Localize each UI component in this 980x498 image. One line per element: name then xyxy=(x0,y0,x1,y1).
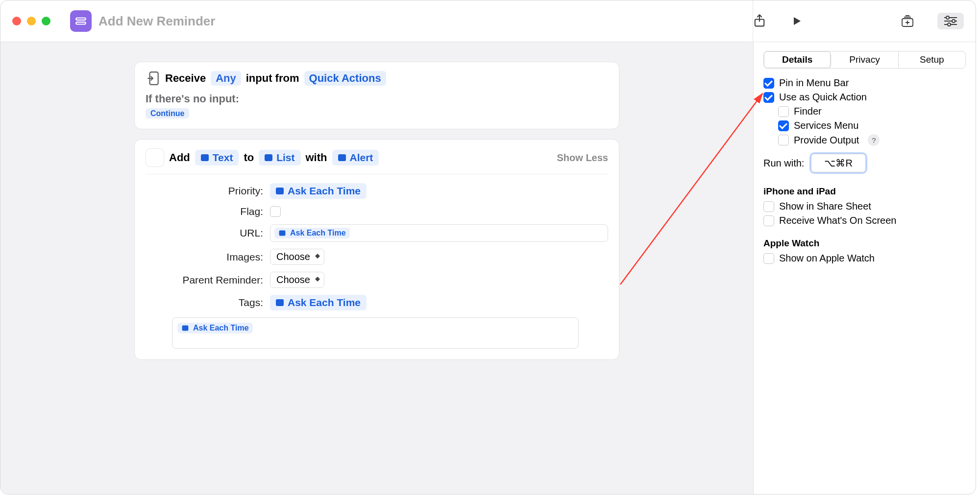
finder-label: Finder xyxy=(794,106,822,117)
no-input-label: If there's no input: xyxy=(146,93,608,105)
setup-tab[interactable]: Setup xyxy=(899,51,965,68)
inspector-tab-segmented-control[interactable]: Details Privacy Setup xyxy=(763,51,966,69)
inspector-sidebar: Details Privacy Setup Pin in Menu Bar Us… xyxy=(753,42,976,494)
parent-reminder-choose-dropdown[interactable]: Choose xyxy=(270,272,324,288)
run-with-label: Run with: xyxy=(763,158,804,169)
finder-checkbox[interactable] xyxy=(778,106,789,117)
use-quick-action-label: Use as Quick Action xyxy=(779,92,867,103)
input-type-token[interactable]: Any xyxy=(211,71,241,86)
titlebar: Add New Reminder xyxy=(0,0,976,42)
parent-reminder-label: Parent Reminder: xyxy=(146,274,263,286)
reminder-text-token[interactable]: Text xyxy=(195,150,239,166)
apple-watch-header: Apple Watch xyxy=(763,238,966,249)
reminder-alert-token[interactable]: Alert xyxy=(332,150,379,166)
services-menu-checkbox[interactable] xyxy=(778,120,789,131)
add-reminder-action-card[interactable]: Add Text to List with Alert Show Less Pr… xyxy=(134,139,619,360)
receive-screen-label: Receive What's On Screen xyxy=(779,215,896,226)
shortcut-icon xyxy=(70,10,92,32)
use-quick-action-checkbox[interactable] xyxy=(763,92,774,103)
ask-icon xyxy=(265,154,272,161)
services-menu-label: Services Menu xyxy=(794,120,858,131)
help-icon[interactable]: ? xyxy=(868,134,880,146)
receive-input-card[interactable]: Receive Any input from Quick Actions If … xyxy=(134,62,619,129)
reminder-list-token[interactable]: List xyxy=(259,150,300,166)
details-tab[interactable]: Details xyxy=(764,51,831,68)
window-controls xyxy=(12,17,50,25)
images-label: Images: xyxy=(146,251,263,263)
pin-menubar-label: Pin in Menu Bar xyxy=(779,77,849,89)
notes-value-token[interactable]: Ask Each Time xyxy=(177,323,253,333)
no-input-action-token[interactable]: Continue xyxy=(146,108,189,119)
svg-point-4 xyxy=(946,16,949,19)
tags-value-token[interactable]: Ask Each Time xyxy=(270,295,367,310)
svg-rect-0 xyxy=(76,18,86,20)
ask-icon xyxy=(276,299,284,306)
url-label: URL: xyxy=(146,227,263,239)
receive-label: Receive xyxy=(165,72,206,85)
share-button[interactable] xyxy=(751,13,768,29)
reminders-app-icon xyxy=(146,148,164,167)
ask-icon xyxy=(182,325,189,331)
ask-icon xyxy=(276,188,284,194)
tags-label: Tags: xyxy=(146,297,263,308)
images-choose-dropdown[interactable]: Choose xyxy=(270,249,324,265)
provide-output-label: Provide Output xyxy=(794,135,859,146)
add-label: Add xyxy=(169,151,190,164)
flag-label: Flag: xyxy=(146,206,263,217)
to-label: to xyxy=(244,151,254,164)
flag-checkbox[interactable] xyxy=(270,206,281,217)
ask-icon xyxy=(201,154,209,161)
svg-point-5 xyxy=(952,20,955,23)
url-input[interactable]: Ask Each Time xyxy=(270,224,608,242)
minimize-window-button[interactable] xyxy=(27,17,36,25)
svg-point-6 xyxy=(948,23,951,26)
input-source-token[interactable]: Quick Actions xyxy=(304,71,386,86)
show-apple-watch-label: Show on Apple Watch xyxy=(779,253,875,264)
priority-label: Priority: xyxy=(146,185,263,197)
url-value-token[interactable]: Ask Each Time xyxy=(274,228,350,238)
window-title[interactable]: Add New Reminder xyxy=(98,14,215,29)
inspector-toggle-button[interactable] xyxy=(937,13,964,29)
close-window-button[interactable] xyxy=(12,17,21,25)
receive-screen-checkbox[interactable] xyxy=(763,215,774,226)
privacy-tab[interactable]: Privacy xyxy=(831,51,898,68)
pin-menubar-checkbox[interactable] xyxy=(763,78,774,89)
priority-value-token[interactable]: Ask Each Time xyxy=(270,183,367,199)
svg-rect-1 xyxy=(76,22,86,24)
keyboard-shortcut-field[interactable]: ⌥⌘R xyxy=(811,154,865,172)
library-button[interactable] xyxy=(900,13,917,29)
ask-icon xyxy=(279,230,286,236)
show-less-button[interactable]: Show Less xyxy=(557,152,608,164)
notes-input[interactable]: Ask Each Time xyxy=(172,317,579,349)
titlebar-divider xyxy=(753,0,753,42)
workflow-canvas[interactable]: Receive Any input from Quick Actions If … xyxy=(0,42,753,494)
provide-output-checkbox[interactable] xyxy=(778,135,789,145)
ask-icon xyxy=(338,154,346,161)
action-fields: Priority: Ask Each Time Flag: URL: Ask E… xyxy=(146,174,608,349)
with-label: with xyxy=(306,151,327,164)
show-share-sheet-label: Show in Share Sheet xyxy=(779,201,871,212)
iphone-ipad-header: iPhone and iPad xyxy=(763,186,966,197)
input-icon xyxy=(146,71,160,86)
input-from-label: input from xyxy=(246,72,299,85)
show-share-sheet-checkbox[interactable] xyxy=(763,201,774,212)
show-apple-watch-checkbox[interactable] xyxy=(763,253,774,264)
zoom-window-button[interactable] xyxy=(42,17,50,25)
run-button[interactable] xyxy=(788,13,805,29)
shortcuts-editor-window: Add New Reminder xyxy=(0,0,976,495)
